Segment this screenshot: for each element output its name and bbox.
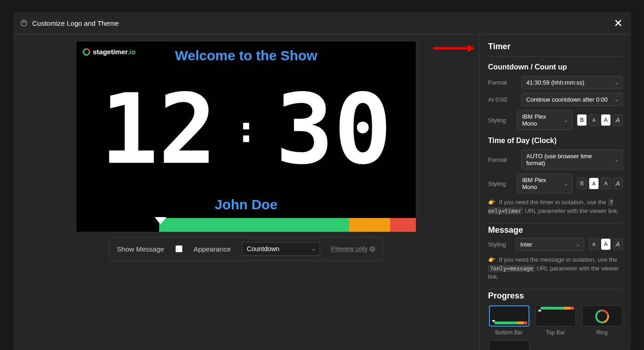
mini-bar	[494, 321, 528, 324]
progress-thumb-hidden	[489, 340, 529, 350]
progress-green	[159, 218, 349, 232]
message-url-param: ?only=message	[488, 265, 535, 272]
progress-label-bottom: Bottom Bar	[495, 329, 523, 336]
countdown-format-row: Format 41:30:59 (hhh:mm:ss) ⌄	[488, 76, 623, 89]
at-zero-label: At 0:00	[488, 96, 517, 103]
progress-thumb-top	[535, 305, 576, 327]
appearance-select[interactable]: Countdown ⌄	[242, 242, 320, 256]
preview-time: 12 : 30	[76, 62, 416, 197]
progress-heading: Progress	[488, 291, 623, 301]
appearance-value: Countdown	[247, 245, 280, 252]
progress-label-ring: Ring	[596, 329, 608, 336]
timer-heading: Timer	[488, 42, 623, 52]
preview-speaker: John Doe	[76, 197, 416, 212]
countdown-style-buttons: B A A A	[577, 114, 623, 126]
countdown-font-select[interactable]: IBM Plex Mono ⌄	[517, 110, 572, 130]
timer-preview: stagetimer.io Welcome to the Show 12 : 3…	[76, 41, 416, 232]
clock-styling-row: Styling IBM Plex Mono ⌄ B A A A	[488, 173, 623, 194]
text-size-large[interactable]: A	[613, 238, 623, 250]
clock-heading: Time of Day (Clock)	[488, 137, 623, 145]
timer-section: Timer Countdown / Count up Format 41:30:…	[488, 42, 623, 224]
text-size-small[interactable]: A	[589, 178, 599, 189]
styling-label: Styling	[488, 117, 512, 124]
bold-toggle[interactable]: B	[577, 114, 587, 126]
chevron-down-icon: ⌄	[311, 246, 316, 252]
message-font-select[interactable]: Inter ⌄	[515, 238, 584, 251]
ring-icon	[592, 307, 611, 326]
progress-orange	[349, 218, 390, 232]
chevron-down-icon: ⌄	[615, 157, 619, 163]
chevron-down-icon: ⌄	[564, 181, 568, 187]
settings-sidebar: Timer Countdown / Count up Format 41:30:…	[479, 34, 631, 350]
info-icon[interactable]: i	[369, 246, 375, 252]
time-seconds: 30	[276, 81, 392, 178]
preview-column: stagetimer.io Welcome to the Show 12 : 3…	[13, 34, 479, 350]
modal-body: stagetimer.io Welcome to the Show 12 : 3…	[13, 34, 631, 350]
progress-thumb-bottom	[489, 305, 529, 327]
chevron-down-icon: ⌄	[615, 97, 619, 103]
progress-option-hidden[interactable]: Hidden	[488, 340, 530, 350]
divider	[488, 56, 623, 57]
format-label: Format	[488, 79, 517, 86]
palette-icon	[20, 19, 28, 27]
close-icon	[615, 20, 621, 26]
bold-toggle[interactable]: B	[577, 178, 587, 189]
show-message-label: Show Message	[117, 245, 164, 253]
preview-only-label: Preview only i	[331, 245, 375, 252]
progress-option-top[interactable]: Top Bar	[535, 305, 576, 336]
clock-format-row: Format AUTO (use browser time format) ⌄	[488, 149, 623, 170]
text-size-small[interactable]: A	[589, 114, 599, 126]
text-size-medium[interactable]: A	[601, 178, 611, 189]
text-size-medium[interactable]: A	[601, 238, 611, 250]
pointing-emoji-icon: 👉	[488, 256, 495, 263]
progress-section: Progress Bottom Bar	[488, 291, 623, 350]
styling-label: Styling	[488, 241, 511, 248]
svg-point-3	[25, 22, 26, 23]
chevron-down-icon: ⌄	[576, 241, 580, 247]
at-zero-select[interactable]: Continue countdown after 0:00 ⌄	[521, 93, 623, 106]
mini-bar	[540, 307, 575, 310]
svg-point-2	[23, 21, 24, 22]
appearance-label: Appearance	[194, 245, 231, 253]
countdown-heading: Countdown / Count up	[488, 63, 623, 71]
progress-options: Bottom Bar Top Bar	[488, 305, 623, 350]
modal-title: Customize Logo and Theme	[20, 19, 119, 27]
time-colon: :	[235, 111, 257, 148]
timer-tip: 👉 If you need the timer in isolation, us…	[488, 198, 623, 216]
text-size-medium[interactable]: A	[601, 114, 611, 126]
modal-title-text: Customize Logo and Theme	[32, 19, 119, 27]
progress-thumb-ring	[582, 305, 622, 327]
text-size-large[interactable]: A	[613, 178, 623, 189]
progress-option-ring[interactable]: Ring	[581, 305, 623, 336]
styling-label: Styling	[488, 180, 512, 187]
message-style-buttons: A A A	[589, 238, 623, 250]
text-size-large[interactable]: A	[613, 114, 623, 126]
preview-progress-bar	[159, 218, 416, 232]
progress-option-bottom[interactable]: Bottom Bar	[488, 305, 530, 336]
progress-label-top: Top Bar	[546, 329, 565, 336]
message-tip: 👉 If you need the message in isolation, …	[488, 256, 623, 282]
preview-controls: Show Message Appearance Countdown ⌄ Prev…	[109, 237, 383, 261]
close-button[interactable]	[613, 17, 624, 29]
chevron-down-icon: ⌄	[615, 80, 619, 86]
countdown-format-select[interactable]: 41:30:59 (hhh:mm:ss) ⌄	[521, 76, 623, 89]
message-section: Message Styling Inter ⌄ A A A 👉 If y	[488, 225, 623, 290]
clock-style-buttons: B A A A	[577, 178, 623, 189]
progress-marker-icon	[155, 217, 167, 224]
chevron-down-icon: ⌄	[564, 117, 568, 123]
text-size-small[interactable]: A	[589, 238, 599, 250]
customize-modal: Customize Logo and Theme stagetimer.io W…	[13, 12, 631, 350]
show-message-checkbox[interactable]	[175, 245, 183, 252]
clock-format-select[interactable]: AUTO (use browser time format) ⌄	[521, 149, 623, 170]
time-minutes: 12	[100, 81, 217, 178]
arrow-annotation	[433, 45, 475, 52]
countdown-styling-row: Styling IBM Plex Mono ⌄ B A A A	[488, 110, 623, 130]
progress-red	[390, 218, 416, 232]
pointing-emoji-icon: 👉	[488, 199, 495, 206]
clock-font-select[interactable]: IBM Plex Mono ⌄	[517, 173, 572, 194]
at-zero-row: At 0:00 Continue countdown after 0:00 ⌄	[488, 93, 623, 106]
marker-icon	[538, 309, 541, 311]
svg-marker-7	[468, 45, 475, 52]
message-heading: Message	[488, 225, 623, 235]
preview-headline: Welcome to the Show	[76, 48, 416, 63]
